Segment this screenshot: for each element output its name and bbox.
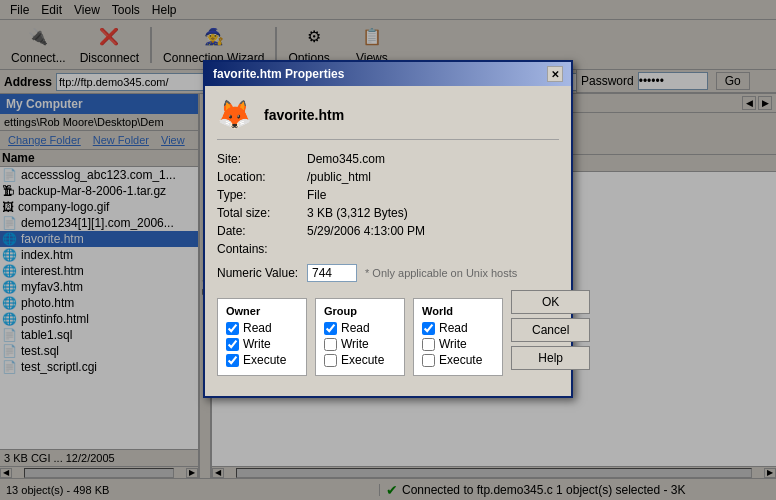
world-group: World Read Write Execute: [413, 298, 503, 376]
type-value: File: [307, 188, 559, 202]
numeric-label: Numeric Value:: [217, 266, 307, 280]
owner-read-checkbox[interactable]: [226, 322, 239, 335]
owner-read-label: Read: [243, 321, 272, 335]
owner-write-checkbox[interactable]: [226, 338, 239, 351]
group-execute-checkbox[interactable]: [324, 354, 337, 367]
modal-row-contains: Contains:: [217, 242, 559, 256]
world-execute-label: Execute: [439, 353, 482, 367]
modal-body: 🦊 favorite.htm Site: Demo345.com Locatio…: [205, 86, 571, 396]
contains-value: [307, 242, 559, 256]
world-write-checkbox[interactable]: [422, 338, 435, 351]
world-read-checkbox[interactable]: [422, 322, 435, 335]
group-read-checkbox[interactable]: [324, 322, 337, 335]
modal-row-type: Type: File: [217, 188, 559, 202]
site-value: Demo345.com: [307, 152, 559, 166]
modal-perms: Owner Read Write Execute: [217, 298, 503, 376]
group-execute-row: Execute: [324, 353, 396, 367]
modal-filename: favorite.htm: [264, 107, 344, 123]
contains-label: Contains:: [217, 242, 307, 256]
owner-execute-checkbox[interactable]: [226, 354, 239, 367]
modal-row-site: Site: Demo345.com: [217, 152, 559, 166]
modal-close-button[interactable]: ✕: [547, 66, 563, 82]
group-read-label: Read: [341, 321, 370, 335]
type-label: Type:: [217, 188, 307, 202]
modal-title: favorite.htm Properties: [213, 67, 344, 81]
modal-overlay: favorite.htm Properties ✕ 🦊 favorite.htm…: [0, 0, 776, 500]
owner-title: Owner: [226, 305, 298, 317]
modal-properties: favorite.htm Properties ✕ 🦊 favorite.htm…: [203, 60, 573, 398]
group-execute-label: Execute: [341, 353, 384, 367]
numeric-input[interactable]: [307, 264, 357, 282]
size-label: Total size:: [217, 206, 307, 220]
world-write-label: Write: [439, 337, 467, 351]
modal-file-icon: 🦊: [217, 98, 252, 131]
group-read-row: Read: [324, 321, 396, 335]
modal-numeric-row: Numeric Value: * Only applicable on Unix…: [217, 264, 559, 282]
modal-header-row: 🦊 favorite.htm: [217, 98, 559, 140]
modal-row-date: Date: 5/29/2006 4:13:00 PM: [217, 224, 559, 238]
group-write-label: Write: [341, 337, 369, 351]
owner-write-label: Write: [243, 337, 271, 351]
owner-write-row: Write: [226, 337, 298, 351]
date-label: Date:: [217, 224, 307, 238]
world-read-row: Read: [422, 321, 494, 335]
ok-button[interactable]: OK: [511, 290, 590, 314]
size-value: 3 KB (3,312 Bytes): [307, 206, 559, 220]
group-title: Group: [324, 305, 396, 317]
world-title: World: [422, 305, 494, 317]
group-write-checkbox[interactable]: [324, 338, 337, 351]
owner-group: Owner Read Write Execute: [217, 298, 307, 376]
help-button[interactable]: Help: [511, 346, 590, 370]
group-group: Group Read Write Execute: [315, 298, 405, 376]
modal-perms-row: Owner Read Write Execute: [217, 290, 559, 384]
modal-row-size: Total size: 3 KB (3,312 Bytes): [217, 206, 559, 220]
group-write-row: Write: [324, 337, 396, 351]
modal-buttons: OK Cancel Help: [511, 290, 590, 370]
owner-execute-label: Execute: [243, 353, 286, 367]
modal-info: Site: Demo345.com Location: /public_html…: [217, 152, 559, 256]
world-write-row: Write: [422, 337, 494, 351]
location-label: Location:: [217, 170, 307, 184]
modal-row-location: Location: /public_html: [217, 170, 559, 184]
owner-read-row: Read: [226, 321, 298, 335]
world-read-label: Read: [439, 321, 468, 335]
site-label: Site:: [217, 152, 307, 166]
world-execute-checkbox[interactable]: [422, 354, 435, 367]
numeric-note: * Only applicable on Unix hosts: [365, 267, 517, 279]
modal-titlebar: favorite.htm Properties ✕: [205, 62, 571, 86]
world-execute-row: Execute: [422, 353, 494, 367]
date-value: 5/29/2006 4:13:00 PM: [307, 224, 559, 238]
location-value: /public_html: [307, 170, 559, 184]
owner-execute-row: Execute: [226, 353, 298, 367]
cancel-button[interactable]: Cancel: [511, 318, 590, 342]
